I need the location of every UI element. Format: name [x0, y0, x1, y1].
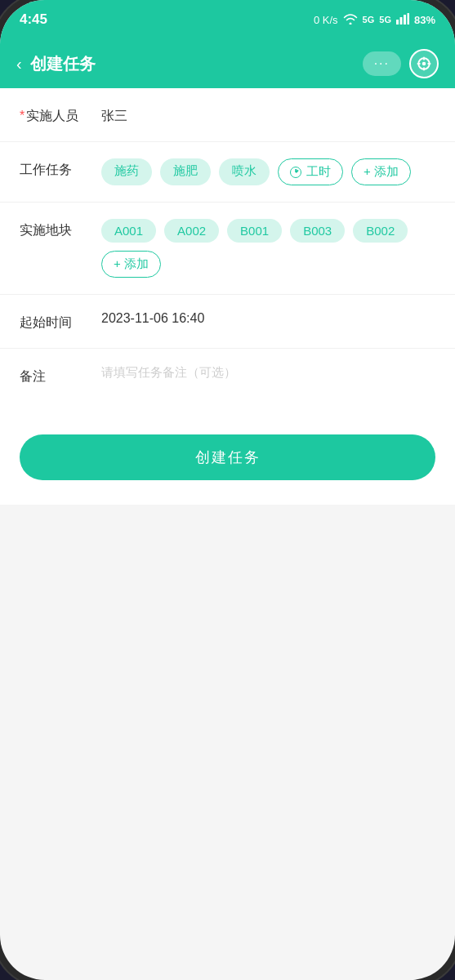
implementer-section: *实施人员 张三	[0, 88, 455, 142]
svg-point-5	[422, 62, 426, 66]
page-title: 创建任务	[30, 53, 96, 75]
status-bar: 4:45 0 K/s 5G 5G 83%	[0, 0, 455, 39]
tag-b001[interactable]: B001	[227, 219, 282, 243]
required-mark: *	[20, 109, 25, 122]
work-task-section: 工作任务 施药 施肥 喷水 工时 + 添加	[0, 142, 455, 203]
svg-rect-1	[399, 17, 402, 24]
implement-site-section: 实施地块 A001 A002 B001 B003 B002 + 添加	[0, 203, 455, 295]
workhour-label: 工时	[306, 164, 331, 180]
notes-section: 备注 请填写任务备注（可选）	[0, 349, 455, 402]
network-speed: 0 K/s	[314, 14, 338, 26]
implement-site-label: 实施地块	[20, 219, 85, 239]
tag-workhour[interactable]: 工时	[278, 158, 343, 185]
start-time-section: 起始时间 2023-11-06 16:40	[0, 295, 455, 349]
start-time-label: 起始时间	[20, 311, 85, 332]
signal-5g-2: 5G	[379, 15, 391, 24]
clock-icon	[290, 167, 301, 178]
wifi-icon	[343, 13, 358, 27]
app-header: ‹ 创建任务 ···	[0, 39, 455, 88]
target-button[interactable]	[409, 49, 439, 78]
back-button[interactable]: ‹	[16, 55, 22, 74]
implement-site-tags: A001 A002 B001 B003 B002 + 添加	[101, 219, 435, 278]
more-button[interactable]: ···	[363, 51, 401, 76]
svg-rect-3	[407, 13, 409, 24]
tag-a002[interactable]: A002	[164, 219, 219, 243]
header-right: ···	[363, 49, 439, 78]
notes-label: 备注	[20, 365, 85, 385]
work-task-tags: 施药 施肥 喷水 工时 + 添加	[101, 158, 435, 185]
tag-shifei[interactable]: 施肥	[160, 158, 211, 185]
tag-b002[interactable]: B002	[353, 219, 408, 243]
implementer-value[interactable]: 张三	[101, 105, 127, 125]
status-time: 4:45	[20, 11, 47, 28]
add-site-button[interactable]: + 添加	[101, 251, 161, 278]
phone-frame: 4:45 0 K/s 5G 5G 83%	[0, 0, 455, 980]
implementer-label: *实施人员	[20, 105, 85, 125]
tag-shiyao[interactable]: 施药	[101, 158, 152, 185]
notes-placeholder[interactable]: 请填写任务备注（可选）	[101, 365, 236, 381]
svg-rect-2	[404, 15, 406, 24]
header-left: ‹ 创建任务	[16, 53, 96, 75]
tag-a001[interactable]: A001	[101, 219, 156, 243]
work-task-label: 工作任务	[20, 158, 85, 179]
submit-area: 创建任务	[0, 402, 455, 505]
add-task-button[interactable]: + 添加	[351, 158, 411, 185]
battery-level: 83%	[414, 14, 435, 26]
svg-rect-0	[396, 20, 399, 24]
start-time-value[interactable]: 2023-11-06 16:40	[101, 311, 204, 326]
signal-bars-icon	[396, 13, 409, 27]
signal-5g-1: 5G	[363, 15, 375, 24]
status-icons: 0 K/s 5G 5G 83%	[314, 13, 435, 27]
tag-b003[interactable]: B003	[290, 219, 345, 243]
create-task-button[interactable]: 创建任务	[20, 434, 435, 480]
tag-penshui[interactable]: 喷水	[219, 158, 270, 185]
form-content: *实施人员 张三 工作任务 施药 施肥 喷水 工时 + 添加 实施地块 A001	[0, 88, 455, 505]
